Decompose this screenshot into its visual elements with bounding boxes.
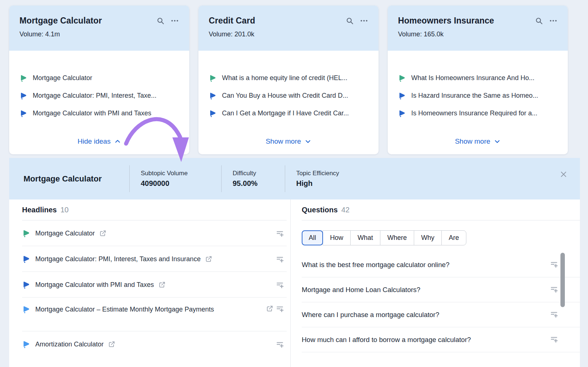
- megaphone-icon: [209, 92, 216, 100]
- megaphone-icon: [22, 305, 30, 313]
- metric-value: 95.00%: [233, 179, 285, 188]
- metric-subtopic-volume: Subtopic Volume 4090000: [129, 165, 221, 192]
- megaphone-icon: [398, 92, 406, 100]
- question-row[interactable]: How much can I afford to borrow a mortga…: [302, 327, 580, 352]
- headline-row: Mortgage Calculator: PMI, Interest, Taxe…: [22, 246, 287, 272]
- card-title: Mortgage Calculator: [19, 16, 102, 26]
- headline-link[interactable]: Mortgage Calculator: PMI, Interest, Taxe…: [35, 254, 212, 264]
- add-to-list-icon[interactable]: [276, 340, 284, 349]
- add-to-list-icon[interactable]: [276, 304, 284, 313]
- add-to-list-icon[interactable]: [550, 335, 559, 343]
- list-item[interactable]: Mortgage Calculator: PMI, Interest, Taxe…: [19, 90, 179, 101]
- add-to-list-icon[interactable]: [276, 280, 284, 289]
- hide-ideas-link[interactable]: Hide ideas: [9, 137, 189, 145]
- headline-text: Mortgage Calculator with PMI and Taxes: [35, 280, 154, 290]
- add-to-list-icon[interactable]: [550, 285, 559, 294]
- subtopic-title: Mortgage Calculator: [24, 174, 102, 184]
- list-item[interactable]: Mortgage Calculator with PMI and Taxes: [19, 108, 179, 118]
- megaphone-icon: [19, 92, 27, 100]
- headline-text: Amortization Calculator: [35, 339, 104, 349]
- card-title: Homeowners Insurance: [398, 16, 494, 26]
- megaphone-icon: [22, 229, 30, 237]
- headline-link[interactable]: Mortgage Calculator: [35, 228, 107, 238]
- headlines-section: Headlines 10 Mortgage Calculator Mortgag…: [9, 199, 290, 367]
- list-item[interactable]: Mortgage Calculator: [19, 73, 179, 83]
- external-link-icon[interactable]: [266, 305, 273, 312]
- headline-text: Mortgage Calculator: [35, 228, 95, 238]
- idea-text: Mortgage Calculator with PMI and Taxes: [33, 109, 151, 117]
- megaphone-icon: [22, 255, 30, 263]
- card-volume: Volume: 201.0k: [209, 30, 368, 38]
- metric-label: Subtopic Volume: [141, 170, 221, 177]
- megaphone-icon: [22, 281, 30, 289]
- question-text: What is the best free mortgage calculato…: [302, 261, 449, 269]
- external-link-icon[interactable]: [108, 341, 115, 348]
- questions-count: 42: [341, 206, 349, 214]
- filter-why[interactable]: Why: [414, 230, 442, 245]
- close-icon[interactable]: [560, 170, 567, 179]
- subtopic-detail-panel: Mortgage Calculator Subtopic Volume 4090…: [9, 158, 580, 367]
- external-link-icon[interactable]: [158, 281, 166, 288]
- megaphone-icon: [22, 340, 30, 348]
- filter-how[interactable]: How: [323, 230, 351, 245]
- chevron-up-icon: [114, 138, 121, 145]
- topic-card-homeowners-insurance: Homeowners Insurance Volume: 165.0k What…: [388, 6, 568, 154]
- question-row[interactable]: Mortgage and Home Loan Calculators?: [302, 277, 580, 302]
- question-row[interactable]: Where can I purchase a mortgage calculat…: [302, 302, 580, 327]
- questions-section: Questions 42 All How What Where Why Are …: [291, 199, 580, 367]
- metric-label: Difficulty: [233, 170, 285, 177]
- footer-label: Show more: [455, 137, 490, 145]
- headline-text: Mortgage Calculator: PMI, Interest, Taxe…: [35, 254, 201, 264]
- questions-list: What is the best free mortgage calculato…: [302, 252, 580, 352]
- metric-topic-efficiency: Topic Efficiency High: [285, 165, 439, 192]
- headline-text: Mortgage Calculator – Estimate Monthly M…: [35, 304, 214, 314]
- search-icon[interactable]: [157, 17, 165, 25]
- question-text: Where can I purchase a mortgage calculat…: [302, 311, 439, 319]
- filter-where[interactable]: Where: [380, 230, 414, 245]
- headline-row: Mortgage Calculator – Estimate Monthly M…: [22, 298, 287, 331]
- list-item[interactable]: Can You Buy a House with Credit Card D..…: [209, 90, 368, 101]
- external-link-icon[interactable]: [205, 255, 212, 263]
- card-header: Homeowners Insurance Volume: 165.0k: [388, 6, 568, 51]
- headline-link[interactable]: Amortization Calculator: [35, 339, 115, 349]
- card-header: Mortgage Calculator Volume: 4.1m: [9, 6, 189, 51]
- search-icon[interactable]: [535, 17, 543, 25]
- list-item[interactable]: Is Homeowners Insurance Required for a..…: [398, 108, 557, 118]
- show-more-link[interactable]: Show more: [388, 137, 568, 145]
- headline-row: Amortization Calculator: [22, 331, 287, 357]
- headline-row: Mortgage Calculator with PMI and Taxes: [22, 272, 287, 298]
- list-item[interactable]: What is a home equity line of credit (HE…: [209, 73, 368, 83]
- headline-link[interactable]: Mortgage Calculator with PMI and Taxes: [35, 280, 166, 290]
- headline-link[interactable]: Mortgage Calculator – Estimate Monthly M…: [35, 304, 214, 314]
- megaphone-icon: [398, 74, 406, 82]
- idea-text: Is Hazard Insurance the Same as Homeo...: [411, 92, 538, 100]
- megaphone-icon: [209, 109, 216, 117]
- idea-text: Mortgage Calculator: PMI, Interest, Taxe…: [33, 92, 157, 100]
- list-item[interactable]: Is Hazard Insurance the Same as Homeo...: [398, 90, 557, 101]
- scrollbar[interactable]: [560, 253, 565, 307]
- list-item[interactable]: What Is Homeowners Insurance And Ho...: [398, 73, 557, 83]
- metric-value: High: [296, 179, 439, 188]
- add-to-list-icon[interactable]: [550, 260, 559, 269]
- more-options-icon[interactable]: [360, 17, 368, 25]
- question-text: Mortgage and Home Loan Calculators?: [302, 286, 420, 294]
- topic-card-mortgage-calculator: Mortgage Calculator Volume: 4.1m Mortgag…: [9, 6, 189, 154]
- external-link-icon[interactable]: [99, 230, 107, 237]
- add-to-list-icon[interactable]: [276, 229, 284, 238]
- more-options-icon[interactable]: [171, 17, 179, 25]
- headline-row: Mortgage Calculator: [22, 220, 287, 246]
- filter-what[interactable]: What: [350, 230, 380, 245]
- add-to-list-icon[interactable]: [550, 310, 559, 319]
- show-more-link[interactable]: Show more: [198, 137, 379, 145]
- search-icon[interactable]: [346, 17, 354, 25]
- add-to-list-icon[interactable]: [276, 255, 284, 263]
- filter-are[interactable]: Are: [441, 230, 466, 245]
- filter-all[interactable]: All: [302, 230, 323, 245]
- question-filters: All How What Where Why Are: [302, 230, 466, 245]
- chevron-down-icon: [494, 138, 501, 145]
- question-row[interactable]: What is the best free mortgage calculato…: [302, 252, 580, 277]
- list-item[interactable]: Can I Get a Mortgage if I Have Credit Ca…: [209, 108, 368, 118]
- megaphone-icon: [398, 109, 406, 117]
- more-options-icon[interactable]: [549, 17, 557, 25]
- subtopic-summary-bar: Mortgage Calculator Subtopic Volume 4090…: [9, 158, 580, 199]
